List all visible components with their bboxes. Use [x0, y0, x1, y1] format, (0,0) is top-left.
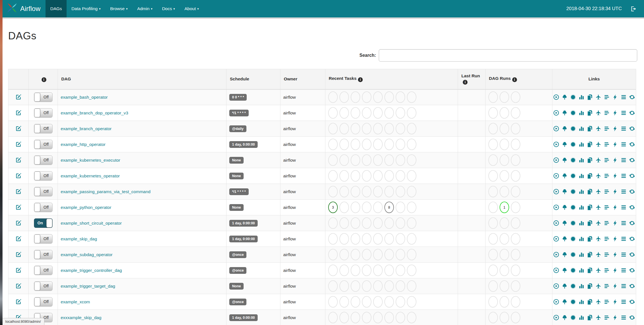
copy-pages-icon[interactable]: [587, 236, 593, 242]
play-circle-icon[interactable]: [553, 315, 559, 321]
dag-pause-toggle[interactable]: Off: [34, 108, 53, 118]
plane-icon[interactable]: [595, 189, 601, 195]
tree-icon[interactable]: [562, 220, 568, 226]
refresh-icon[interactable]: [629, 110, 635, 116]
bar-chart-icon[interactable]: [579, 299, 584, 305]
align-left-bars-icon[interactable]: [604, 283, 610, 289]
tree-icon[interactable]: [562, 204, 568, 210]
refresh-icon[interactable]: [629, 141, 635, 147]
play-circle-icon[interactable]: [553, 236, 559, 242]
tree-icon[interactable]: [562, 315, 568, 321]
list-lines-icon[interactable]: [621, 315, 627, 321]
list-lines-icon[interactable]: [621, 204, 627, 210]
starburst-graph-icon[interactable]: [570, 126, 576, 132]
edit-dag-icon[interactable]: [15, 252, 21, 257]
lightning-bolt-icon[interactable]: [612, 204, 618, 210]
copy-pages-icon[interactable]: [587, 252, 593, 258]
tree-icon[interactable]: [562, 110, 568, 116]
align-left-bars-icon[interactable]: [604, 157, 610, 163]
nav-item-dags[interactable]: DAGs: [46, 0, 67, 17]
starburst-graph-icon[interactable]: [570, 236, 576, 242]
edit-dag-icon[interactable]: [15, 110, 21, 115]
sign-out-icon[interactable]: [630, 6, 637, 12]
refresh-icon[interactable]: [629, 315, 635, 321]
edit-dag-icon[interactable]: [15, 142, 21, 146]
starburst-graph-icon[interactable]: [570, 252, 576, 258]
copy-pages-icon[interactable]: [587, 283, 593, 289]
bar-chart-icon[interactable]: [579, 236, 584, 242]
plane-icon[interactable]: [595, 220, 601, 226]
bar-chart-icon[interactable]: [579, 173, 584, 179]
dag-name-link[interactable]: example_skip_dag: [61, 236, 97, 241]
tree-icon[interactable]: [562, 157, 568, 163]
bar-chart-icon[interactable]: [579, 189, 584, 195]
dag-pause-toggle[interactable]: Off: [34, 250, 53, 259]
copy-pages-icon[interactable]: [587, 110, 593, 116]
dag-name-link[interactable]: example_kubernetes_executor: [61, 158, 120, 162]
copy-pages-icon[interactable]: [587, 173, 593, 179]
lightning-bolt-icon[interactable]: [612, 173, 618, 179]
dag-name-link[interactable]: example_branch_dop_operator_v3: [61, 110, 128, 115]
play-circle-icon[interactable]: [553, 110, 559, 116]
bar-chart-icon[interactable]: [579, 252, 584, 258]
plane-icon[interactable]: [595, 157, 601, 163]
copy-pages-icon[interactable]: [587, 157, 593, 163]
play-circle-icon[interactable]: [553, 141, 559, 147]
dag-pause-toggle[interactable]: Off: [34, 140, 53, 149]
dag-pause-toggle[interactable]: Off: [34, 92, 53, 102]
play-circle-icon[interactable]: [553, 267, 559, 273]
lightning-bolt-icon[interactable]: [612, 315, 618, 321]
play-circle-icon[interactable]: [553, 126, 559, 132]
align-left-bars-icon[interactable]: [604, 110, 610, 116]
refresh-icon[interactable]: [629, 189, 635, 195]
list-lines-icon[interactable]: [621, 189, 627, 195]
align-left-bars-icon[interactable]: [604, 126, 610, 132]
dag-pause-toggle[interactable]: Off: [34, 124, 53, 133]
plane-icon[interactable]: [595, 267, 601, 273]
dag-pause-toggle[interactable]: Off: [34, 234, 53, 243]
starburst-graph-icon[interactable]: [570, 173, 576, 179]
recent-task-circle[interactable]: 8: [384, 202, 394, 213]
starburst-graph-icon[interactable]: [570, 220, 576, 226]
plane-icon[interactable]: [595, 110, 601, 116]
refresh-icon[interactable]: [629, 236, 635, 242]
dag-name-link[interactable]: example_short_circuit_operator: [61, 221, 122, 225]
refresh-icon[interactable]: [629, 299, 635, 305]
airflow-brand[interactable]: Airflow: [3, 0, 46, 17]
list-lines-icon[interactable]: [621, 220, 627, 226]
tree-icon[interactable]: [562, 252, 568, 258]
tree-icon[interactable]: [562, 283, 568, 289]
dag-pause-toggle[interactable]: Off: [34, 203, 53, 212]
bar-chart-icon[interactable]: [579, 94, 584, 100]
align-left-bars-icon[interactable]: [604, 94, 610, 100]
align-left-bars-icon[interactable]: [604, 252, 610, 258]
play-circle-icon[interactable]: [553, 94, 559, 100]
list-lines-icon[interactable]: [621, 236, 627, 242]
refresh-icon[interactable]: [629, 220, 635, 226]
tree-icon[interactable]: [562, 173, 568, 179]
dag-pause-toggle[interactable]: On: [34, 218, 53, 228]
starburst-graph-icon[interactable]: [570, 157, 576, 163]
dag-name-link[interactable]: example_trigger_target_dag: [61, 284, 115, 288]
plane-icon[interactable]: [595, 204, 601, 210]
plane-icon[interactable]: [595, 315, 601, 321]
nav-item-about[interactable]: About▾: [180, 0, 203, 17]
copy-pages-icon[interactable]: [587, 299, 593, 305]
bar-chart-icon[interactable]: [579, 220, 584, 226]
plane-icon[interactable]: [595, 141, 601, 147]
list-lines-icon[interactable]: [621, 157, 627, 163]
align-left-bars-icon[interactable]: [604, 315, 610, 321]
plane-icon[interactable]: [595, 126, 601, 132]
recent-task-circle[interactable]: 3: [328, 202, 338, 213]
dag-name-link[interactable]: example_subdag_operator: [61, 252, 112, 257]
refresh-icon[interactable]: [629, 267, 635, 273]
tree-icon[interactable]: [562, 236, 568, 242]
align-left-bars-icon[interactable]: [604, 204, 610, 210]
list-lines-icon[interactable]: [621, 94, 627, 100]
dag-pause-toggle[interactable]: Off: [34, 187, 53, 196]
tree-icon[interactable]: [562, 94, 568, 100]
lightning-bolt-icon[interactable]: [612, 252, 618, 258]
edit-dag-icon[interactable]: [15, 157, 21, 162]
refresh-icon[interactable]: [629, 204, 635, 210]
tree-icon[interactable]: [562, 267, 568, 273]
